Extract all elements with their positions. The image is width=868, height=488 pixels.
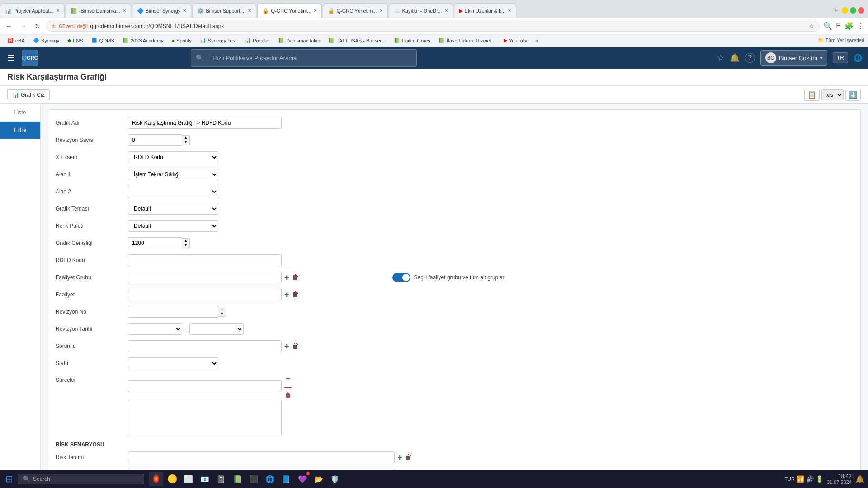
taskbar-app-excel[interactable]: 📗	[230, 472, 245, 486]
download-button[interactable]: ⬇️	[845, 89, 861, 101]
back-button[interactable]: ←	[4, 22, 14, 31]
statu-select[interactable]	[128, 357, 218, 369]
taskbar-app-chrome[interactable]: 🌐	[263, 472, 277, 486]
tab-close-projeler[interactable]: ✕	[56, 8, 60, 13]
revizyon-tarihi-end[interactable]	[189, 323, 244, 335]
bookmark-qdms[interactable]: 📘QDMS	[88, 37, 118, 44]
revno-down[interactable]: ▼	[218, 312, 226, 316]
revizyon-tarihi-start[interactable]	[128, 323, 182, 335]
bookmark-danisman[interactable]: 📗DanismanTakip	[274, 37, 324, 44]
faaliyet-grubu-add[interactable]: +	[284, 273, 289, 282]
surec-remove[interactable]: —	[284, 384, 292, 391]
tab-synergy[interactable]: 🔷 Bimser Synergy ✕	[132, 3, 192, 18]
menu-hamburger[interactable]: ☰	[5, 51, 16, 65]
favorite-icon[interactable]: ☆	[717, 53, 724, 63]
help-icon[interactable]: ?	[745, 53, 755, 63]
taskbar-app-onenote[interactable]: 📓	[214, 472, 228, 486]
sorumlu-add[interactable]: +	[284, 342, 289, 351]
grafik-temasi-select[interactable]: Default	[128, 203, 218, 215]
sidebar-item-liste[interactable]: Liste	[0, 104, 40, 122]
taskbar-app-custom[interactable]: 🟡	[165, 472, 179, 486]
risk-tanimi-delete[interactable]: 🗑	[405, 453, 412, 461]
menu-icon[interactable]: ⋮	[857, 22, 864, 30]
alt-gruplar-toggle[interactable]	[392, 273, 410, 282]
sorumlu-input[interactable]	[128, 340, 282, 352]
risk-tanimi-input[interactable]	[128, 451, 395, 463]
bookmark-egitim[interactable]: 📗Eğitim Görev	[390, 37, 434, 44]
taskbar-search[interactable]: 🔍	[18, 474, 144, 484]
surec-input[interactable]	[128, 380, 282, 392]
tab-bimser-support[interactable]: ⚙️ Bimser Support ... ✕	[192, 3, 256, 18]
revno-up[interactable]: ▲	[218, 307, 226, 312]
grafik-ciz-button[interactable]: 📊 Grafik Çiz	[7, 89, 50, 100]
faaliyet-add[interactable]: +	[284, 290, 289, 300]
app-search-input[interactable]	[207, 52, 412, 64]
taskbar-app-folder[interactable]: 📂	[311, 472, 326, 486]
bookmark-youtube[interactable]: ▶YouTube	[500, 37, 532, 44]
tab-qgrc2[interactable]: 🔒 Q-GRC Yönetim... ✕	[323, 3, 387, 18]
spinner-down[interactable]: ▼	[182, 140, 189, 145]
taskbar-app-word[interactable]: 📘	[279, 472, 293, 486]
taskbar-app-black[interactable]: ⬛	[246, 472, 261, 486]
taskbar-app-outlook[interactable]: 📧	[198, 472, 212, 486]
alan2-select[interactable]	[128, 186, 218, 197]
genislik-down[interactable]: ▼	[182, 243, 189, 248]
export-format-select[interactable]: xls	[821, 89, 844, 100]
maximize-button[interactable]	[850, 7, 856, 14]
tab-close-onedrive[interactable]: ✕	[444, 8, 448, 13]
faaliyet-grubu-input[interactable]	[128, 272, 282, 283]
rdfd-kodu-input[interactable]	[128, 254, 282, 266]
revizyon-sayisi-input[interactable]	[128, 134, 182, 146]
tab-close-support[interactable]: ✕	[248, 8, 251, 13]
taskbar-search-input[interactable]	[33, 476, 123, 482]
sorumlu-delete[interactable]: 🗑	[292, 342, 299, 350]
zoom-icon[interactable]: 🔍	[823, 22, 832, 30]
bookmark-ens[interactable]: ◆ENS	[64, 37, 87, 44]
surec-add[interactable]: +	[284, 375, 292, 383]
risk-tanimi-add[interactable]: +	[397, 453, 402, 462]
tab-close-qgrc2[interactable]: ✕	[379, 8, 383, 13]
bookmark-academy[interactable]: 📗2023 Academy	[119, 37, 167, 44]
bookmark-ilave[interactable]: 📗İlave Fatura. Hizmet...	[435, 37, 499, 44]
tab-qgrc-active[interactable]: 🔒 Q-GRC Yönetim... ✕	[257, 3, 322, 18]
export-icon-button[interactable]: 📋	[804, 89, 820, 101]
tab-youtube[interactable]: ▶ Ekin Uzunlar & k... ✕	[454, 3, 516, 18]
grafik-adi-input[interactable]	[128, 117, 282, 129]
star-icon[interactable]: ☆	[809, 23, 815, 30]
taskbar-app-teams[interactable]: 💜	[298, 475, 307, 483]
bookmark-eba[interactable]: 🅱️eBA	[4, 37, 28, 44]
new-tab-button[interactable]: +	[830, 5, 842, 16]
taskbar-app-explorer[interactable]: 🏮	[149, 472, 163, 486]
tab-bimser-danisma[interactable]: 📗 -BimserDanısma... ✕	[66, 3, 131, 18]
tab-close-qgrc[interactable]: ✕	[313, 8, 317, 13]
bookmark-spotify[interactable]: ●Spotify	[168, 37, 195, 44]
x-ekseni-select[interactable]: RDFD Kodu	[128, 151, 218, 163]
tab-close-bimser[interactable]: ✕	[123, 8, 126, 13]
tab-projeler[interactable]: 📊 Projeler Applicat... ✕	[0, 3, 65, 18]
taskbar-app-taskview[interactable]: ⬜	[181, 472, 196, 486]
tab-close-synergy[interactable]: ✕	[183, 8, 186, 13]
minimize-button[interactable]	[842, 7, 848, 14]
taskbar-speaker-icon[interactable]: 🔊	[806, 475, 814, 483]
profile-icon[interactable]: E	[836, 22, 841, 30]
bookmark-synergy[interactable]: 🔷Synergy	[29, 37, 63, 44]
bookmark-projeler[interactable]: 📊Projeler	[241, 37, 274, 44]
surec-delete[interactable]: 🗑	[284, 392, 292, 398]
bookmark-synergy-test[interactable]: 📊Synergy Test	[196, 37, 240, 44]
extension-icon[interactable]: 🧩	[844, 22, 854, 30]
user-menu-button[interactable]: BC Bimser Çözüm ▾	[760, 50, 827, 66]
start-button[interactable]: ⊞	[4, 472, 15, 486]
close-window-button[interactable]	[858, 7, 864, 14]
more-bookmarks[interactable]: »	[535, 37, 538, 44]
faaliyet-grubu-delete[interactable]: 🗑	[292, 273, 299, 282]
taskbar-network-icon[interactable]: 📶	[797, 475, 804, 483]
lang-button[interactable]: TR	[833, 52, 848, 63]
all-bookmarks[interactable]: 📁 Tüm Yer İşaretleri	[818, 38, 864, 43]
renk-paleti-select[interactable]: Default	[128, 220, 218, 232]
faaliyet-delete[interactable]: 🗑	[292, 291, 299, 299]
alan1-select[interactable]: İşlem Tekrar Sıklığı	[128, 169, 218, 180]
globe-icon[interactable]: 🌐	[854, 54, 863, 62]
bookmark-tai[interactable]: 📗TAİ TUSAŞ - Bimser...	[325, 37, 389, 44]
notification-center-icon[interactable]: 🔔	[855, 475, 864, 483]
tab-onedrive[interactable]: ☁️ Kayıtlar - OneDr... ✕	[389, 3, 453, 18]
